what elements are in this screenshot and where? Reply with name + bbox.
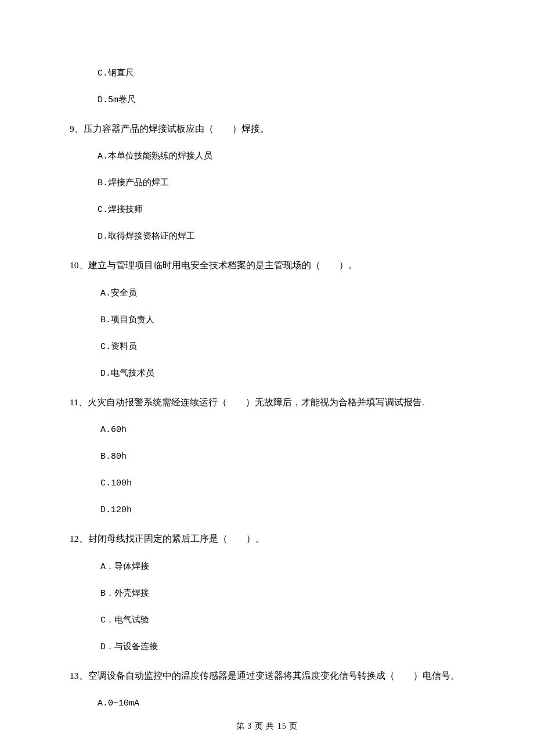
option: C．电气试验 — [70, 614, 464, 628]
page: C.钢直尺 D.5m卷尺 9、压力容器产品的焊接试板应由（ ）焊接。 A.本单位… — [0, 0, 534, 756]
option: A．导体焊接 — [70, 560, 464, 574]
option: D.取得焊接资格证的焊工 — [70, 230, 464, 244]
leading-option: D.5m卷尺 — [70, 93, 464, 107]
option: A.0~10mA — [70, 697, 464, 711]
leading-option: C.钢直尺 — [70, 67, 464, 81]
option: B．外壳焊接 — [70, 587, 464, 601]
option: B.焊接产品的焊工 — [70, 177, 464, 190]
option: C.100h — [70, 477, 464, 491]
question-stem: 9、压力容器产品的焊接试板应由（ ）焊接。 — [70, 120, 464, 137]
option: A.安全员 — [70, 287, 464, 301]
option: D.120h — [70, 503, 464, 517]
option: C.资料员 — [70, 340, 464, 354]
page-footer: 第 3 页 共 15 页 — [0, 721, 534, 732]
option: C.焊接技师 — [70, 203, 464, 217]
option: D.电气技术员 — [70, 367, 464, 381]
option: A.本单位技能熟练的焊接人员 — [70, 150, 464, 164]
option: B.项目负责人 — [70, 314, 464, 327]
question-stem: 13、空调设备自动监控中的温度传感器是通过变送器将其温度变化信号转换成（ ）电信… — [70, 667, 464, 684]
option: B.80h — [70, 450, 464, 464]
question-stem: 10、建立与管理项目临时用电安全技术档案的是主管现场的（ ）。 — [70, 257, 464, 273]
question-stem: 12、封闭母线找正固定的紧后工序是（ ）。 — [70, 530, 464, 547]
question-stem: 11、火灾自动报警系统需经连续运行（ ）无故障后，才能视为合格并填写调试报告. — [70, 394, 464, 411]
option: D．与设备连接 — [70, 640, 464, 654]
option: A.60h — [70, 423, 464, 437]
